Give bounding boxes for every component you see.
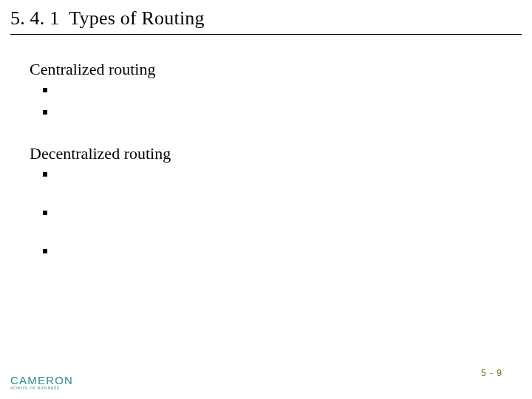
- block-heading-0: Centralized routing: [30, 60, 502, 79]
- list-item: [56, 205, 502, 240]
- slide-title: 5. 4. 1 Types of Routing: [10, 7, 525, 30]
- title-bar: 5. 4. 1 Types of Routing: [0, 0, 532, 34]
- block-heading-1: Decentralized routing: [30, 144, 502, 163]
- footer-logo: CAMERON School of Business: [10, 375, 73, 390]
- bullet-list-0: [30, 82, 502, 123]
- body: Centralized routing Decentralized routin…: [0, 35, 532, 279]
- bullet-list-1: [30, 166, 502, 279]
- list-item: [56, 243, 502, 279]
- list-item: [56, 104, 502, 123]
- list-item: [56, 166, 502, 202]
- logo-main: CAMERON: [10, 375, 73, 386]
- slide: 5. 4. 1 Types of Routing Centralized rou…: [0, 0, 532, 399]
- list-item: [56, 82, 502, 101]
- page-number: 5 - 9: [481, 368, 502, 378]
- logo-sub: School of Business: [10, 386, 73, 390]
- section-number: 5. 4. 1: [10, 7, 59, 29]
- title-text: Types of Routing: [69, 7, 204, 29]
